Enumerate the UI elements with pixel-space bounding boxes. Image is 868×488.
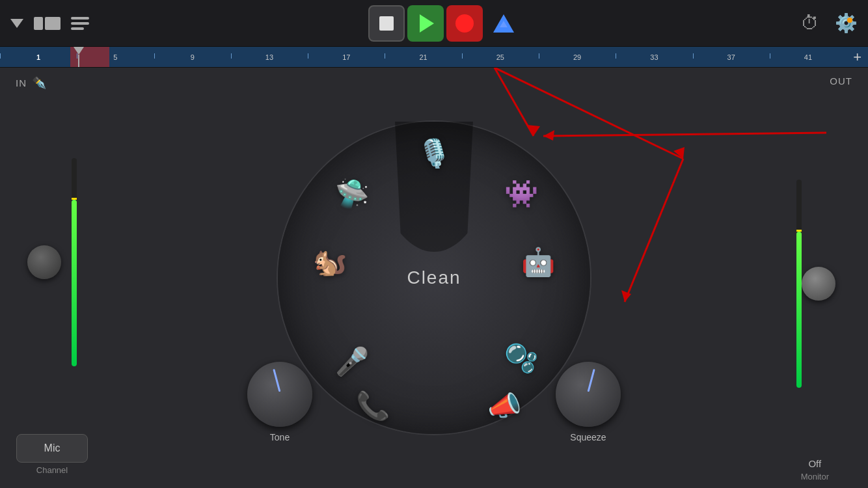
in-label-container: IN ✒️ xyxy=(16,75,46,90)
marker-21: 21 xyxy=(385,53,461,61)
off-label: Off xyxy=(808,458,821,469)
play-button[interactable] xyxy=(407,5,444,42)
channel-label: Channel xyxy=(36,465,68,475)
right-fader-area xyxy=(796,87,835,480)
left-fader-track[interactable] xyxy=(72,158,77,366)
tempo-icon: ⏱ xyxy=(801,12,819,34)
list-line3 xyxy=(71,27,84,30)
voice-alien[interactable]: 🛸 xyxy=(335,180,369,208)
playhead-line xyxy=(78,55,79,67)
voice-robot[interactable]: 🤖 xyxy=(521,249,555,276)
playhead-icon xyxy=(74,47,84,55)
list-button[interactable] xyxy=(71,17,89,30)
marker-41: 41 xyxy=(770,53,847,61)
toolbar: ⏱ ⚙️ xyxy=(0,0,868,47)
stop-icon xyxy=(379,16,394,31)
timeline[interactable]: 1 5 9 13 17 21 25 29 33 37 41 + xyxy=(0,47,868,68)
list-line1 xyxy=(71,17,89,20)
list-icon xyxy=(71,17,89,30)
marker-17: 17 xyxy=(308,53,385,61)
tone-knob-indicator xyxy=(273,369,280,392)
voice-wheel[interactable]: 🎙️ 🛸 👾 🐿️ 🤖 🎤 🫧 xyxy=(278,122,590,434)
layout-icon xyxy=(34,17,61,30)
out-label: OUT xyxy=(830,75,852,87)
out-label-container: OUT xyxy=(830,75,852,87)
marker-1: 1 xyxy=(0,53,77,61)
main-area: IN ✒️ Mic Channel Tone 🎙️ xyxy=(0,68,868,488)
marker-13: 13 xyxy=(231,53,308,61)
monitor-label: Monitor xyxy=(801,472,829,481)
squeeze-knob[interactable] xyxy=(556,362,621,427)
center-panel: Tone 🎙️ 🛸 👾 🐿️ 🤖 xyxy=(104,68,764,488)
tone-area: Tone xyxy=(247,362,312,442)
gear-icon: ⚙️ xyxy=(835,12,858,34)
marker-9: 9 xyxy=(154,53,231,61)
voice-megaphone[interactable]: 📣 xyxy=(487,392,521,420)
left-fader-knob[interactable] xyxy=(27,245,61,279)
record-icon xyxy=(455,14,474,33)
right-fader-peak xyxy=(796,230,802,232)
record-button[interactable] xyxy=(446,5,483,42)
notification-dot xyxy=(847,18,852,23)
voice-telephone[interactable]: 📞 xyxy=(356,392,390,420)
layout-sq1 xyxy=(34,17,43,30)
squeeze-area: Squeeze xyxy=(556,362,621,442)
marker-37: 37 xyxy=(693,53,770,61)
tone-label: Tone xyxy=(270,432,290,442)
right-fader-track[interactable] xyxy=(796,180,802,388)
tempo-button[interactable]: ⏱ xyxy=(801,12,819,34)
mic-select-button[interactable]: Mic xyxy=(16,434,88,463)
metronome-button[interactable] xyxy=(485,5,522,42)
squeeze-label: Squeeze xyxy=(570,432,606,442)
marker-5: 5 xyxy=(77,53,154,61)
right-panel: OUT Off Monitor xyxy=(764,68,868,488)
dropdown-arrow-icon xyxy=(10,19,23,28)
toolbar-right: ⏱ ⚙️ xyxy=(801,12,858,34)
stop-button[interactable] xyxy=(368,5,405,42)
voice-center-label: Clean xyxy=(407,267,461,288)
bottom-right: Off Monitor xyxy=(801,458,829,481)
left-fader-fill xyxy=(72,200,77,366)
toolbar-left xyxy=(10,17,89,30)
tone-knob[interactable] xyxy=(247,362,312,427)
settings-button[interactable]: ⚙️ xyxy=(835,12,858,34)
layout-sq2 xyxy=(45,17,61,30)
layout-button[interactable] xyxy=(34,17,61,30)
marker-25: 25 xyxy=(462,53,539,61)
playhead xyxy=(78,47,79,67)
left-panel: IN ✒️ Mic Channel xyxy=(0,68,104,488)
marker-33: 33 xyxy=(616,53,692,61)
in-mic-icon: ✒️ xyxy=(32,75,46,90)
play-icon xyxy=(420,14,434,33)
voice-squirrel[interactable]: 🐿️ xyxy=(313,249,347,276)
toolbar-center xyxy=(368,5,522,42)
marker-29: 29 xyxy=(539,53,616,61)
voice-microphone[interactable]: 🎙️ xyxy=(417,140,451,167)
voice-monster[interactable]: 👾 xyxy=(504,180,538,208)
left-fader-container xyxy=(0,90,104,434)
right-fader-knob[interactable] xyxy=(802,267,835,301)
left-fader-peak xyxy=(72,198,77,200)
voice-handheld-mic[interactable]: 🎤 xyxy=(335,348,369,375)
voice-bubbles[interactable]: 🫧 xyxy=(504,345,538,372)
right-fader-fill xyxy=(796,232,802,388)
list-line2 xyxy=(71,22,89,25)
in-label: IN xyxy=(16,77,27,88)
squeeze-knob-indicator xyxy=(588,369,595,392)
metronome-icon xyxy=(493,14,514,33)
add-track-button[interactable]: + xyxy=(847,49,868,66)
dropdown-button[interactable] xyxy=(10,19,23,28)
bottom-left: Mic Channel xyxy=(0,434,104,480)
timeline-bar: 1 5 9 13 17 21 25 29 33 37 41 xyxy=(0,47,847,67)
